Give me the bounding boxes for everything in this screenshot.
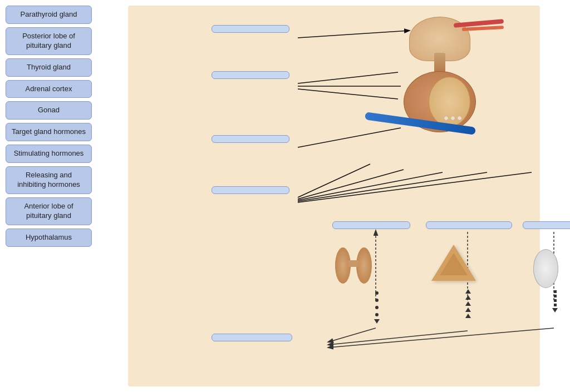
sidebar-item-gonad[interactable]: Gonad	[6, 101, 92, 120]
sidebar-item-target-hormones[interactable]: Target gland hormones	[6, 123, 92, 141]
sidebar-item-stimulating-hormones[interactable]: Stimulating hormones	[6, 145, 92, 163]
gonad-organ	[533, 249, 558, 288]
label-box-2[interactable]	[212, 71, 289, 79]
thyroid-arrow-indicator	[374, 290, 380, 324]
sidebar: Parathyroid gland Posterior lobe of pitu…	[0, 0, 97, 392]
label-box-4[interactable]	[212, 186, 289, 194]
sidebar-item-hypothalamus[interactable]: Hypothalamus	[6, 229, 92, 247]
label-box-1[interactable]	[212, 25, 289, 33]
label-box-hypothalamus[interactable]	[212, 334, 292, 341]
sidebar-item-thyroid[interactable]: Thyroid gland	[6, 58, 92, 77]
gonad-arrow-indicator	[552, 290, 558, 312]
anatomy-illustration	[320, 11, 526, 222]
sidebar-item-parathyroid[interactable]: Parathyroid gland	[6, 6, 92, 24]
sidebar-item-posterior-pituitary[interactable]: Posterior lobe of pituitary gland	[6, 27, 92, 55]
label-box-gonad[interactable]	[523, 221, 570, 229]
label-box-3[interactable]	[212, 135, 289, 143]
sidebar-item-anterior-pituitary[interactable]: Anterior lobe of pituitary gland	[6, 197, 92, 225]
sidebar-item-releasing-inhibiting[interactable]: Releasing and inhibiting hormones	[6, 166, 92, 194]
main-diagram	[97, 0, 570, 392]
label-box-adrenal[interactable]	[426, 221, 512, 229]
label-box-thyroid[interactable]	[332, 221, 410, 229]
dot-cluster	[444, 116, 462, 121]
thyroid-organ	[334, 245, 373, 286]
sidebar-item-adrenal[interactable]: Adrenal cortex	[6, 80, 92, 98]
adrenal-organ	[431, 245, 476, 284]
adrenal-arrow-indicator	[465, 289, 471, 318]
